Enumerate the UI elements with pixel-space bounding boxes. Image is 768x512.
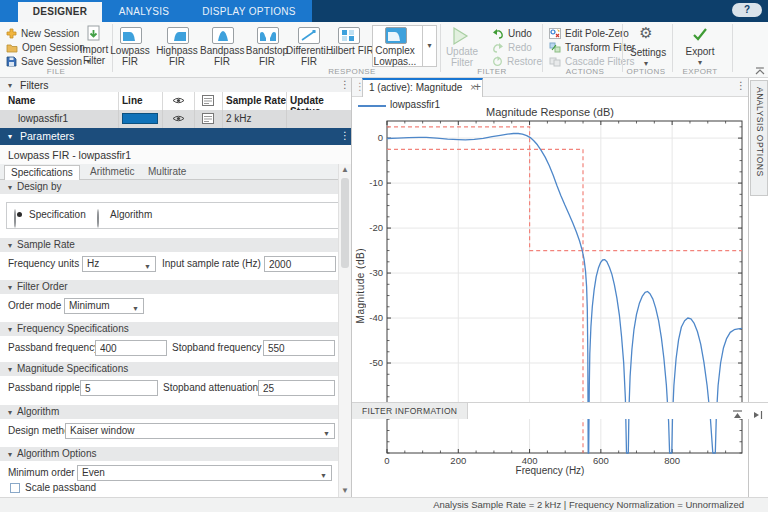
input-sample-rate-label: Input sample rate (Hz) — [162, 256, 261, 272]
filters-table-header: Name Line Sample Rate Update Status — [0, 92, 351, 111]
collapse-arrow-icon: ▾ — [8, 241, 12, 250]
left-panel: ▾ Filters ⋮ Name Line Sample Rate Update… — [0, 78, 352, 497]
column-name[interactable]: Name — [8, 95, 35, 106]
gear-icon: ⚙ — [630, 24, 662, 42]
column-line[interactable]: Line — [122, 95, 143, 106]
section-divider — [542, 24, 543, 72]
stopband-attenuation-field[interactable] — [258, 380, 335, 396]
section-design-by[interactable]: ▾Design by — [0, 180, 338, 194]
ribbon: New Session Open Session Save Session ▾ … — [0, 22, 768, 78]
tab-arithmetic[interactable]: Arithmetic — [90, 166, 134, 177]
order-mode-dropdown[interactable]: Minimum▼ — [64, 298, 144, 314]
column-sample-rate[interactable]: Sample Rate — [226, 95, 286, 106]
section-magnitude-specifications[interactable]: ▾Magnitude Specifications — [0, 362, 338, 376]
section-divider — [732, 24, 733, 72]
file-section-label: FILE — [20, 67, 92, 76]
highpass-fir-button[interactable]: HighpassFIR — [155, 45, 199, 67]
parameters-panel-title: Parameters — [20, 130, 74, 142]
section-filter-order[interactable]: ▾Filter Order — [0, 280, 338, 294]
lowpass-fir-button[interactable]: LowpassFIR — [108, 45, 152, 67]
scroll-up-icon[interactable]: ▲ — [339, 165, 351, 175]
update-filter-button[interactable]: UpdateFilter — [440, 46, 484, 68]
legend-column-icon[interactable] — [202, 95, 214, 106]
collapse-arrow-icon: ▾ — [8, 81, 12, 90]
visibility-column-eye-icon[interactable] — [172, 96, 185, 105]
hilbert-fir-button[interactable]: Hilbert FIR — [326, 45, 372, 56]
analysis-options-tab[interactable]: ANALYSIS OPTIONS — [750, 80, 768, 196]
kebab-menu-icon[interactable]: ⋮ — [340, 130, 350, 141]
export-button[interactable]: Export ▾ — [684, 24, 716, 66]
filter-information-tab[interactable]: FILTER INFORMATION — [352, 403, 468, 419]
svg-text:0: 0 — [378, 132, 383, 143]
tab-specifications[interactable]: Specifications — [4, 165, 80, 180]
legend-toggle-icon[interactable] — [202, 113, 214, 124]
chevron-down-icon: ▼ — [132, 302, 139, 316]
stopband-frequency-field[interactable] — [263, 340, 335, 356]
tab-display-options[interactable]: DISPLAY OPTIONS — [186, 2, 312, 22]
sample-rate-value: 2 kHz — [226, 113, 252, 124]
parameters-panel-header[interactable]: ▾ Parameters ⋮ — [0, 128, 351, 145]
collapse-arrow-icon: ▾ — [8, 408, 12, 417]
line-color-swatch[interactable] — [122, 113, 158, 124]
minimum-order-label: Minimum order — [8, 465, 75, 481]
scale-passband-label[interactable]: Scale passband — [25, 480, 96, 496]
radio-specification-label[interactable]: Specification — [29, 207, 86, 223]
kebab-menu-icon[interactable]: ⋮ — [340, 79, 350, 90]
gallery-dropdown-button[interactable]: ▾ — [422, 25, 437, 67]
dock-panel-icon[interactable] — [752, 406, 763, 424]
collapse-arrow-icon: ▾ — [8, 283, 12, 292]
chevron-down-icon: ▼ — [144, 260, 151, 274]
collapse-arrow-icon: ▾ — [8, 450, 12, 459]
scale-passband-checkbox[interactable] — [10, 483, 20, 493]
section-algorithm[interactable]: ▾Algorithm — [0, 405, 338, 419]
export-section-label: EXPORT — [676, 67, 724, 76]
radio-specification[interactable] — [14, 209, 16, 228]
passband-frequency-field[interactable] — [95, 340, 167, 356]
x-axis-label: Frequency (Hz) — [352, 465, 748, 478]
scroll-down-icon[interactable]: ▼ — [339, 486, 351, 496]
filters-panel-header[interactable]: ▾ Filters ⋮ — [0, 78, 351, 93]
tab-analysis[interactable]: ANALYSIS — [102, 2, 186, 22]
save-floppy-icon — [6, 53, 17, 71]
section-sample-rate[interactable]: ▾Sample Rate — [0, 238, 338, 252]
filter-table-row[interactable]: lowpassfir1 2 kHz — [0, 110, 351, 129]
section-algorithm-options[interactable]: ▾Algorithm Options — [0, 447, 338, 461]
tab-multirate[interactable]: Multirate — [148, 166, 186, 177]
radio-algorithm[interactable] — [97, 209, 99, 228]
frequency-units-dropdown[interactable]: Hz▼ — [82, 256, 156, 272]
right-strip: ANALYSIS OPTIONS — [748, 78, 768, 497]
input-sample-rate-field[interactable] — [264, 256, 336, 272]
parameters-tabstrip: Specifications Arithmetic Multirate — [0, 164, 338, 180]
radio-algorithm-label[interactable]: Algorithm — [110, 207, 152, 223]
plot-panel: ⋮ 1 (active): Magnitude × + ⋮ lowpassfir… — [352, 78, 748, 497]
complex-lowpass-fir-button[interactable]: ComplexLowpas... — [373, 45, 417, 67]
design-method-dropdown[interactable]: Kaiser window▼ — [65, 423, 335, 439]
collapse-chevron-icon — [755, 67, 765, 75]
passband-ripple-field[interactable] — [80, 380, 158, 396]
svg-text:-10: -10 — [369, 177, 383, 188]
hilbert-fir-icon — [338, 27, 360, 44]
filter-section-label: FILTER — [458, 67, 526, 76]
minimum-order-dropdown[interactable]: Even▼ — [77, 465, 332, 481]
bandpass-fir-button[interactable]: BandpassFIR — [200, 45, 244, 67]
settings-button[interactable]: ⚙ Settings ▾ — [630, 24, 662, 66]
bandstop-fir-icon — [257, 27, 279, 44]
chevron-down-icon: ▼ — [320, 469, 327, 483]
expand-panel-icon[interactable] — [732, 406, 743, 424]
bandstop-fir-button[interactable]: BandstopFIR — [245, 45, 289, 67]
magnitude-response-chart[interactable]: 02004006008000-10-20-30-40-50-60 — [352, 78, 748, 480]
collapse-arrow-icon: ▾ — [8, 325, 12, 334]
section-divider — [622, 24, 623, 72]
visibility-eye-icon[interactable] — [172, 114, 185, 123]
parameters-subtitle-bar: Lowpass FIR - lowpassfir1 — [0, 145, 351, 165]
parameters-subtitle: Lowpass FIR - lowpassfir1 — [8, 149, 131, 161]
svg-text:-30: -30 — [369, 267, 383, 278]
parameters-scrollbar[interactable]: ▲ ▼ — [338, 164, 351, 497]
tab-designer[interactable]: DESIGNER — [18, 2, 102, 22]
help-button[interactable]: ? — [732, 3, 762, 17]
scrollbar-thumb[interactable] — [341, 178, 349, 268]
section-frequency-specifications[interactable]: ▾Frequency Specifications — [0, 322, 338, 336]
filter-information-bar: FILTER INFORMATION — [352, 402, 768, 419]
collapse-ribbon-button[interactable] — [755, 61, 765, 79]
svg-text:-50: -50 — [369, 357, 383, 368]
